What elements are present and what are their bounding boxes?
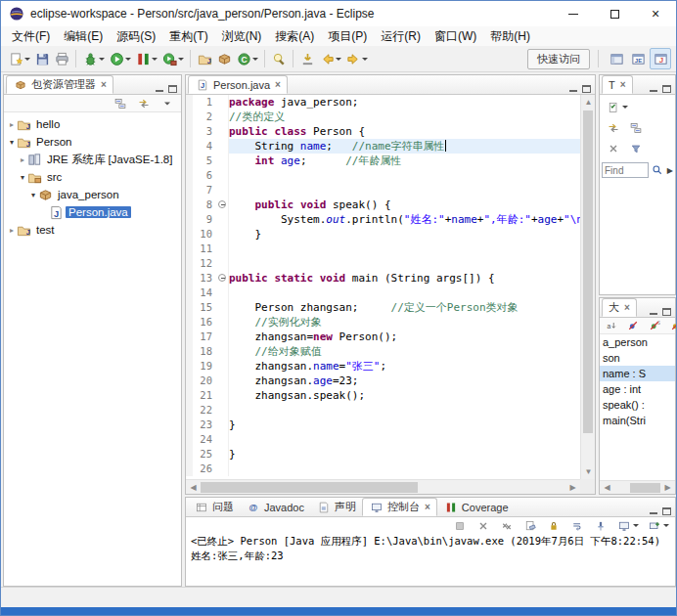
scroll-left-icon[interactable]: ◀ <box>600 480 614 495</box>
scroll-left-icon[interactable]: ◀ <box>186 480 201 495</box>
code-line[interactable]: 24 <box>186 432 580 447</box>
code-line[interactable]: 21 zhangsan.speak(); <box>186 388 580 403</box>
debug-button[interactable] <box>80 48 107 69</box>
scrollbar-thumb[interactable] <box>583 110 593 433</box>
tree-item[interactable]: ▸Jtest <box>4 221 181 239</box>
sort-button[interactable]: a <box>602 315 621 336</box>
code-line[interactable]: 19 zhangsan.name="张三"; <box>186 359 580 374</box>
open-perspective-button[interactable] <box>607 48 626 69</box>
hide-fields-button[interactable] <box>623 315 643 336</box>
filter-button[interactable] <box>626 138 646 159</box>
code-line[interactable]: 15 Person zhangsan; //定义一个Person类对象 <box>186 300 580 315</box>
hide-non-public-button[interactable] <box>666 315 677 336</box>
code-line[interactable]: 20 zhangsan.age=23; <box>186 374 580 388</box>
code-text[interactable] <box>229 286 580 300</box>
code-line[interactable]: 5 int age; //年龄属性 <box>186 154 580 168</box>
hide-static-button[interactable]: S <box>645 315 664 336</box>
code-text[interactable] <box>229 168 580 183</box>
chevron-right-icon[interactable]: ▸ <box>18 155 27 164</box>
outline-item[interactable]: a_person <box>600 334 675 350</box>
annotation-column[interactable] <box>186 139 193 154</box>
scroll-right-icon[interactable]: ▶ <box>660 480 675 495</box>
annotation-column[interactable] <box>186 154 193 168</box>
new-wizard-button[interactable] <box>6 48 32 69</box>
annotation-column[interactable] <box>186 462 193 476</box>
scroll-up-icon[interactable]: ▲ <box>581 95 596 110</box>
code-line[interactable]: 11 <box>186 242 580 256</box>
annotation-column[interactable] <box>186 168 193 183</box>
close-tab-icon[interactable]: × <box>624 302 630 313</box>
chevron-down-icon[interactable]: ▾ <box>7 138 17 147</box>
maximize-view-button[interactable] <box>167 83 178 94</box>
code-text[interactable]: } <box>229 447 580 462</box>
menu-item[interactable]: 窗口(W) <box>428 26 483 47</box>
close-button[interactable]: × <box>635 1 676 26</box>
code-line[interactable]: 17 zhangsan=new Person(); <box>186 330 580 344</box>
code-line[interactable]: 18 //给对象赋值 <box>186 344 580 359</box>
tree-item[interactable]: ▸Jhello <box>4 115 181 133</box>
tab-person-java[interactable]: J Person.java × <box>188 75 288 94</box>
scrollbar-thumb[interactable] <box>630 483 660 493</box>
annotation-column[interactable] <box>186 418 193 432</box>
annotation-column[interactable] <box>186 447 193 462</box>
menu-item[interactable]: 搜索(A) <box>268 26 321 47</box>
code-line[interactable]: 9 System.out.println("姓名:"+name+",年龄:"+a… <box>186 212 580 227</box>
menu-item[interactable]: 浏览(N) <box>215 26 269 47</box>
code-line[interactable]: 4 String name; //name字符串属性 <box>186 139 580 154</box>
code-line[interactable]: 7 <box>186 183 580 198</box>
chevron-down-icon[interactable]: ▾ <box>18 173 27 182</box>
clear-filter-button[interactable] <box>604 138 623 159</box>
menu-item[interactable]: 源码(S) <box>110 26 162 47</box>
collapse-all-button[interactable] <box>626 117 646 139</box>
code-text[interactable] <box>229 403 580 418</box>
link-with-editor-button[interactable] <box>134 93 154 114</box>
annotation-column[interactable] <box>186 330 193 344</box>
tree-item[interactable]: JPerson.java <box>4 203 181 221</box>
new-class-button[interactable]: C <box>234 48 260 69</box>
close-tab-icon[interactable]: × <box>620 79 626 90</box>
code-text[interactable]: //类的定义 <box>229 110 580 124</box>
code-text[interactable]: package java_person; <box>229 95 580 110</box>
tab-console-view[interactable]: 问题 <box>188 498 240 516</box>
fold-marker-icon[interactable] <box>218 274 226 282</box>
chevron-right-icon[interactable]: ▸ <box>7 226 17 235</box>
code-text[interactable]: public class Person { <box>229 124 580 139</box>
code-line[interactable]: 6 <box>186 168 580 183</box>
link-with-editor-button[interactable] <box>604 117 623 139</box>
close-tab-icon[interactable]: × <box>275 79 281 90</box>
code-line[interactable]: 14 <box>186 286 580 300</box>
annotation-column[interactable] <box>186 256 193 271</box>
annotation-column[interactable] <box>186 242 193 256</box>
outline-item[interactable]: main(Stri <box>600 413 675 428</box>
code-text[interactable]: zhangsan=new Person(); <box>229 330 580 344</box>
code-text[interactable]: zhangsan.name="张三"; <box>229 359 580 374</box>
close-tab-icon[interactable]: × <box>425 502 430 512</box>
tree-item[interactable]: ▾java_person <box>4 186 181 203</box>
tab-package-explorer[interactable]: 包资源管理器 × <box>6 75 113 94</box>
minimize-view-button[interactable] <box>648 506 658 516</box>
tab-console-view[interactable]: 声明 <box>310 498 362 516</box>
outline-item[interactable]: son <box>600 350 675 366</box>
tab-console-view[interactable]: @Javadoc <box>240 498 310 516</box>
code-line[interactable]: 2//类的定义 <box>186 110 580 124</box>
last-edit-location-button[interactable] <box>297 48 317 69</box>
code-line[interactable]: 12 <box>186 256 580 271</box>
fold-marker-icon[interactable] <box>218 200 226 208</box>
annotation-column[interactable] <box>186 403 193 418</box>
scrollbar-thumb[interactable] <box>201 482 418 493</box>
annotation-column[interactable] <box>186 315 193 330</box>
minimize-button[interactable] <box>553 1 594 26</box>
code-line[interactable]: 10 } <box>186 227 580 242</box>
outline-item[interactable]: age : int <box>600 381 675 397</box>
forward-button[interactable] <box>343 48 370 69</box>
new-package-button[interactable] <box>214 48 234 69</box>
scroll-down-icon[interactable]: ▼ <box>581 464 596 479</box>
minimize-view-button[interactable] <box>567 83 578 94</box>
menu-item[interactable]: 重构(T) <box>162 26 214 47</box>
code-text[interactable]: public void speak() { <box>229 198 580 212</box>
external-tools-button[interactable] <box>159 48 186 69</box>
outline-item[interactable]: speak() : <box>600 397 675 413</box>
perspective-java-button[interactable]: J <box>650 48 671 69</box>
code-line[interactable]: 8 public void speak() { <box>186 198 580 212</box>
code-line[interactable]: 3public class Person { <box>186 124 580 139</box>
